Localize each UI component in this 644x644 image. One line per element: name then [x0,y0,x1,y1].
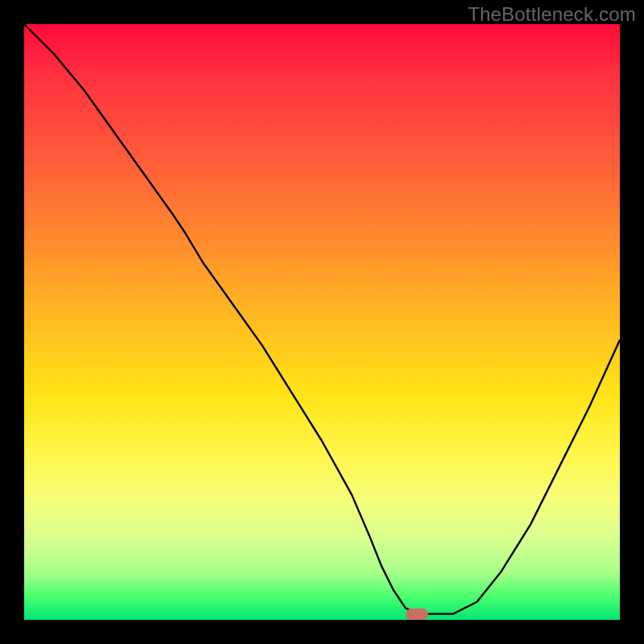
plot-area [24,24,620,620]
chart-frame: TheBottleneck.com [0,0,644,644]
bottleneck-curve [24,24,620,620]
watermark-label: TheBottleneck.com [468,3,636,26]
